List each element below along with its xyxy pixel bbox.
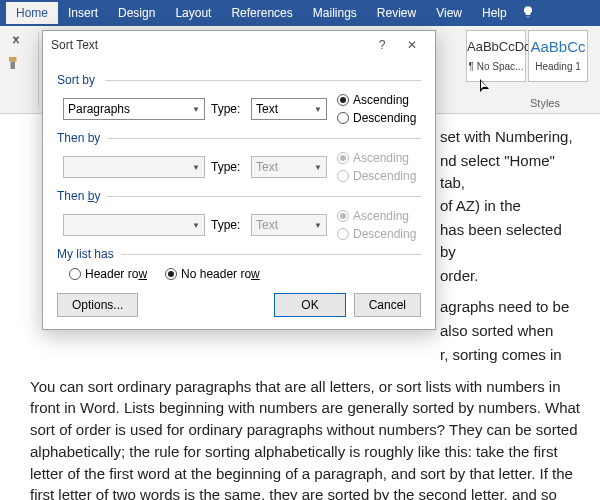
para-fragment: r, sorting comes in	[440, 344, 580, 366]
style-no-spacing[interactable]: AaBbCcDc ¶ No Spac...	[466, 30, 526, 82]
mylist-header: My list has	[57, 247, 421, 261]
tell-me-icon[interactable]	[521, 5, 535, 22]
descending-radio-2: Descending	[337, 169, 416, 183]
tab-help[interactable]: Help	[472, 2, 517, 24]
para-fragment: has been selected by	[440, 219, 580, 263]
tab-design[interactable]: Design	[108, 2, 165, 24]
dialog-title: Sort Text	[51, 38, 367, 52]
sortby-header: Sort by	[57, 73, 421, 87]
style-label: Heading 1	[535, 61, 581, 72]
close-button[interactable]: ✕	[397, 38, 427, 52]
help-button[interactable]: ?	[367, 38, 397, 52]
tab-mailings[interactable]: Mailings	[303, 2, 367, 24]
style-sample: AaBbCc	[529, 33, 587, 61]
style-gallery[interactable]: AaBbCcDc ¶ No Spac... AaBbCc Heading 1	[466, 30, 588, 109]
no-header-row-radio[interactable]: No header row	[165, 267, 260, 281]
styles-group-label: Styles	[530, 97, 560, 109]
para-fragment: also sorted when	[440, 320, 580, 342]
ribbon-tab-bar: Home Insert Design Layout References Mai…	[0, 0, 600, 26]
type-label: Type:	[211, 102, 245, 116]
descending-radio-3: Descending	[337, 227, 416, 241]
thenby-header-2: Then by	[57, 189, 421, 203]
ascending-radio-1[interactable]: Ascending	[337, 93, 416, 107]
style-heading-1[interactable]: AaBbCc Heading 1	[528, 30, 588, 82]
para-fragment: of AZ) in the	[440, 195, 580, 217]
para-fragment: agraphs need to be	[440, 296, 580, 318]
thenby-header-1: Then by	[57, 131, 421, 145]
descending-radio-1[interactable]: Descending	[337, 111, 416, 125]
cancel-button[interactable]: Cancel	[354, 293, 421, 317]
style-label: ¶ No Spac...	[469, 61, 524, 72]
thenby-field-select-1[interactable]: ▼	[63, 156, 205, 178]
format-painter-icon[interactable]	[6, 54, 34, 75]
type-label: Type:	[211, 218, 245, 232]
sort-text-dialog: Sort Text ? ✕ Sort by Paragraphs▼ Type: …	[42, 30, 436, 330]
tab-layout[interactable]: Layout	[165, 2, 221, 24]
para-fragment: order.	[440, 265, 580, 287]
tab-references[interactable]: References	[221, 2, 302, 24]
cut-icon[interactable]	[6, 30, 26, 50]
paragraph: You can sort ordinary paragraphs that ar…	[30, 376, 580, 501]
type-label: Type:	[211, 160, 245, 174]
tab-view[interactable]: View	[426, 2, 472, 24]
thenby-field-select-2: ▼	[63, 214, 205, 236]
tab-review[interactable]: Review	[367, 2, 426, 24]
para-fragment: nd select "Home" tab,	[440, 150, 580, 194]
sortby-field-select[interactable]: Paragraphs▼	[63, 98, 205, 120]
ascending-radio-2: Ascending	[337, 151, 416, 165]
options-button[interactable]: Options...	[57, 293, 138, 317]
dialog-titlebar: Sort Text ? ✕	[43, 31, 435, 59]
cursor-icon	[480, 79, 492, 95]
tab-home[interactable]: Home	[6, 2, 58, 24]
para-fragment: set with Numbering,	[440, 126, 580, 148]
thenby-type-select-2: Text▼	[251, 214, 327, 236]
thenby-type-select-1[interactable]: Text▼	[251, 156, 327, 178]
style-sample: AaBbCcDc	[467, 33, 525, 61]
ok-button[interactable]: OK	[274, 293, 345, 317]
sortby-type-select[interactable]: Text▼	[251, 98, 327, 120]
header-row-radio[interactable]: Header row	[69, 267, 147, 281]
tab-insert[interactable]: Insert	[58, 2, 108, 24]
ascending-radio-3: Ascending	[337, 209, 416, 223]
